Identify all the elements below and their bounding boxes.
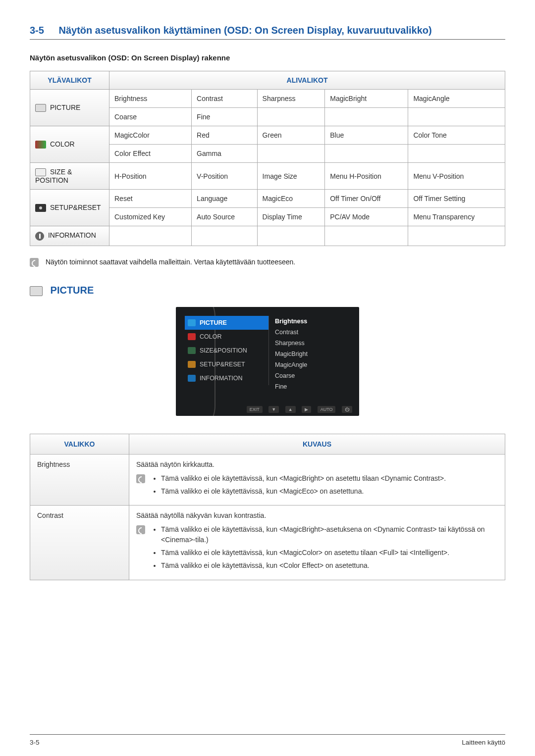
row-info-label: INFORMATION — [30, 226, 109, 246]
table-cell: Menu H-Position — [325, 163, 408, 190]
table-cell: PC/AV Mode — [325, 208, 408, 226]
picture-heading-icon — [30, 286, 43, 296]
table-cell: MagicColor — [109, 126, 192, 145]
th-valikko: VALIKKO — [30, 434, 129, 454]
setup-label-text: SETUP&RESET — [50, 203, 101, 211]
osd-mini-pic-icon — [188, 319, 196, 326]
table-cell: H-Position — [109, 163, 192, 190]
table-cell — [408, 108, 505, 126]
osd-mini-setup-icon — [188, 361, 196, 368]
note-icon — [136, 474, 145, 483]
table-cell — [325, 226, 408, 246]
th-kuvaus: KUVAUS — [129, 434, 505, 454]
picture-heading-text: PICTURE — [51, 285, 94, 296]
osd-right-item: Contrast — [275, 327, 308, 338]
osd-item-picture: PICTURE — [185, 316, 268, 330]
table-cell: Auto Source — [192, 208, 257, 226]
osd-item-label: INFORMATION — [200, 375, 243, 382]
table-cell: Coarse — [109, 108, 192, 126]
osd-btn-down: ▼ — [268, 406, 279, 413]
picture-heading: PICTURE — [30, 285, 505, 296]
table-cell — [192, 226, 257, 246]
th-alivalikot: ALIVALIKOT — [109, 71, 505, 90]
table-cell: Color Effect — [109, 145, 192, 163]
osd-mini-color-icon — [188, 333, 196, 340]
table-cell — [257, 226, 325, 246]
table-cell: Red — [192, 126, 257, 145]
row-picture-label: PICTURE — [30, 90, 109, 126]
note-icon — [30, 258, 39, 267]
section-number: 3-5 — [30, 25, 56, 36]
desc-brightness-body: Säätää näytön kirkkautta. Tämä valikko e… — [129, 454, 505, 505]
osd-preview: PICTURE COLOR SIZE&POSITION SETUP&RESET … — [176, 307, 359, 416]
desc-brightness-name: Brightness — [30, 454, 129, 505]
bullet-item: Tämä valikko ei ole käytettävissä, kun <… — [161, 560, 498, 570]
table-cell: Sharpness — [257, 90, 325, 108]
table-cell — [257, 145, 325, 163]
note-row: Näytön toiminnot saattavat vaihdella mal… — [30, 258, 505, 267]
picture-label-text: PICTURE — [50, 103, 80, 111]
table-cell: Menu Transparency — [408, 208, 505, 226]
description-table: VALIKKO KUVAUS Brightness Säätää näytön … — [30, 434, 505, 580]
osd-mini-size-icon — [188, 347, 196, 354]
osd-btn-up: ▲ — [285, 406, 296, 413]
table-cell: MagicEco — [257, 190, 325, 208]
osd-right-item: Fine — [275, 381, 308, 392]
menu-structure-table: YLÄVALIKOT ALIVALIKOT PICTURE Brightness… — [30, 71, 505, 246]
osd-right-item: MagicBright — [275, 349, 308, 359]
section-title: Näytön asetusvalikon käyttäminen (OSD: O… — [58, 25, 484, 36]
osd-item-info: INFORMATION — [185, 371, 268, 385]
page-footer: 3-5 Laitteen käyttö — [0, 734, 535, 746]
color-label-text: COLOR — [50, 140, 75, 148]
table-cell: Display Time — [257, 208, 325, 226]
osd-item-label: PICTURE — [200, 319, 227, 326]
table-cell — [325, 145, 408, 163]
color-icon — [35, 141, 46, 149]
setup-icon — [35, 204, 46, 212]
note-text: Näytön toiminnot saattavat vaihdella mal… — [46, 258, 295, 266]
table-cell: Image Size — [257, 163, 325, 190]
osd-item-label: COLOR — [200, 333, 221, 340]
information-icon — [35, 232, 44, 241]
osd-item-label: SIZE&POSITION — [200, 347, 247, 354]
desc-contrast-body: Säätää näytöllä näkyvän kuvan kontrastia… — [129, 505, 505, 580]
table-cell: Menu V-Position — [408, 163, 505, 190]
osd-mini-info-icon — [188, 375, 196, 382]
bullet-item: Tämä valikko ei ole käytettävissä, kun <… — [161, 524, 498, 545]
osd-btn-exit: EXIT — [247, 406, 263, 413]
section-divider — [30, 39, 505, 40]
picture-icon — [35, 104, 46, 112]
bullet-item: Tämä valikko ei ole käytettävissä, kun <… — [161, 548, 498, 557]
table-cell — [325, 108, 408, 126]
desc-brightness-text: Säätää näytön kirkkautta. — [136, 460, 498, 468]
row-setup-label: SETUP&RESET — [30, 190, 109, 226]
footer-right: Laitteen käyttö — [462, 739, 505, 746]
table-cell — [257, 108, 325, 126]
osd-left-menu: PICTURE COLOR SIZE&POSITION SETUP&RESET … — [185, 316, 269, 385]
osd-right-item: Brightness — [275, 316, 308, 327]
footer-divider — [30, 734, 505, 735]
table-cell: Fine — [192, 108, 257, 126]
table-cell: Green — [257, 126, 325, 145]
table-cell — [408, 145, 505, 163]
row-size-label: SIZE & POSITION — [30, 163, 109, 190]
note-icon — [136, 525, 145, 534]
table-cell: V-Position — [192, 163, 257, 190]
bullet-item: Tämä valikko ei ole käytettävissä, kun <… — [161, 473, 498, 483]
osd-right-item: Coarse — [275, 370, 308, 381]
table-cell: Color Tone — [408, 126, 505, 145]
table-cell — [109, 226, 192, 246]
table-cell — [408, 226, 505, 246]
osd-item-size: SIZE&POSITION — [185, 344, 268, 357]
table-cell: Reset — [109, 190, 192, 208]
table-cell: Off Timer On/Off — [325, 190, 408, 208]
table-cell: Customized Key — [109, 208, 192, 226]
table-cell: Blue — [325, 126, 408, 145]
subheading: Näytön asetusvalikon (OSD: On Screen Dis… — [30, 53, 505, 62]
table-cell: MagicAngle — [408, 90, 505, 108]
table-cell: MagicBright — [325, 90, 408, 108]
osd-btn-right: ▶ — [302, 406, 311, 413]
osd-item-color: COLOR — [185, 330, 268, 344]
osd-btn-auto: AUTO — [318, 406, 336, 413]
desc-contrast-text: Säätää näytöllä näkyvän kuvan kontrastia… — [136, 511, 498, 519]
